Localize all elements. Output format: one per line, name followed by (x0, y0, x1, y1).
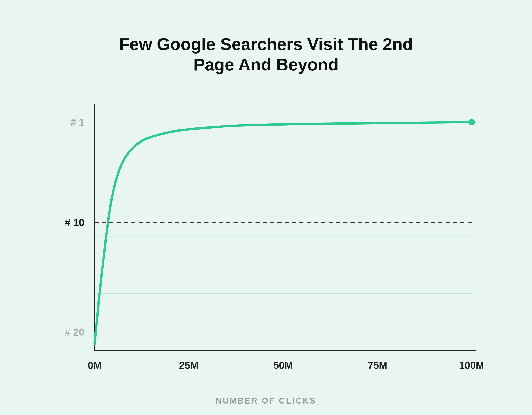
x-label-75m: 75M (368, 360, 387, 371)
curve-endpoint (468, 119, 475, 125)
chart-svg: # 1 # 10 # 20 0M 25M 50M 75M 100M (49, 92, 483, 390)
chart-title: Few Google Searchers Visit The 2nd Page … (117, 34, 415, 75)
x-axis-title: NUMBER OF CLICKS (216, 396, 316, 406)
main-curve (95, 122, 472, 344)
x-label-0m: 0M (88, 360, 102, 371)
y-label-20: # 20 (65, 326, 84, 338)
y-label-1: # 1 (70, 116, 85, 128)
x-label-100m: 100M (459, 360, 483, 371)
x-label-25m: 25M (179, 360, 199, 371)
y-label-10: # 10 (65, 217, 84, 228)
x-label-50m: 50M (274, 360, 293, 371)
chart-area: # 1 # 10 # 20 0M 25M 50M 75M 100M (49, 92, 483, 390)
chart-container: Few Google Searchers Visit The 2nd Page … (32, 21, 500, 394)
